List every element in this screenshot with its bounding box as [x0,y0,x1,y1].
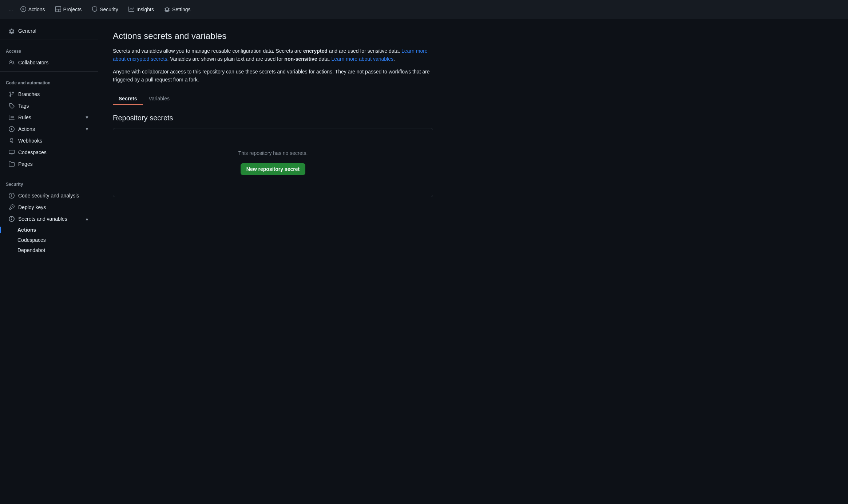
key-icon [9,204,15,210]
desc-part1: Secrets and variables allow you to manag… [113,48,303,54]
gear-icon [9,28,15,34]
nav-actions-label: Actions [28,7,45,12]
tag-icon [9,103,15,109]
description-line1: Secrets and variables allow you to manag… [113,47,433,63]
tags-label: Tags [18,103,29,109]
table-icon [55,6,61,13]
sidebar-sub-item-dependabot[interactable]: Dependabot [3,245,95,255]
webhook-icon [9,138,15,144]
general-label: General [18,28,36,34]
desc-bold2: non-sensitive [284,56,317,62]
sidebar-item-actions[interactable]: Actions ▼ [3,123,95,135]
sidebar-item-codespaces[interactable]: Codespaces [3,147,95,158]
nav-item-security[interactable]: Security [87,3,123,16]
nav-projects-label: Projects [63,7,82,12]
desc-part4: data. [317,56,332,62]
sidebar-item-code-security[interactable]: Code security and analysis [3,190,95,201]
section-title: Repository secrets [113,114,433,122]
desc-part3: . Variables are shown as plain text and … [167,56,284,62]
sidebar-item-general[interactable]: General [3,25,95,37]
nav-item-insights[interactable]: Insights [124,3,158,16]
sidebar-item-pages[interactable]: Pages [3,158,95,170]
nav-item-actions[interactable]: Actions [16,3,49,16]
sidebar-sub-item-codespaces[interactable]: Codespaces [3,235,95,245]
actions-chevron-icon: ▼ [85,127,89,132]
code-auto-section-label: Code and automation [0,75,98,88]
sidebar-item-tags[interactable]: Tags [3,100,95,112]
main-content: Actions secrets and variables Secrets an… [98,19,448,504]
page-title: Actions secrets and variables [113,31,433,41]
sidebar-item-deploy-keys[interactable]: Deploy keys [3,201,95,213]
sidebar-item-branches[interactable]: Branches [3,88,95,100]
secrets-variables-label: Secrets and variables [18,216,67,222]
rules-chevron-icon: ▼ [85,115,89,120]
desc-part2: and are used for sensitive data. [328,48,401,54]
access-section-label: Access [0,43,98,57]
tab-variables[interactable]: Variables [143,93,175,105]
new-repository-secret-button[interactable]: New repository secret [241,163,305,175]
nav-security-label: Security [100,7,118,12]
secrets-chevron-icon: ▲ [85,216,89,221]
rule-icon [9,115,15,120]
empty-state-box: This repository has no secrets. New repo… [113,128,433,197]
secret-icon [9,216,15,222]
graph-icon [128,6,134,13]
rules-label: Rules [18,115,31,120]
desc-bold1: encrypted [303,48,328,54]
people-icon [9,60,15,65]
codescan-icon [9,193,15,199]
sub-dependabot-label: Dependabot [17,247,45,253]
sidebar-item-rules[interactable]: Rules ▼ [3,112,95,123]
tabs: Secrets Variables [113,93,433,105]
collaborator-note: Anyone with collaborator access to this … [113,68,433,84]
branches-icon [9,91,15,97]
shield-icon [92,6,98,13]
branches-label: Branches [18,91,40,97]
sub-actions-label: Actions [17,227,36,233]
code-security-label: Code security and analysis [18,193,79,199]
sidebar-item-collaborators[interactable]: Collaborators [3,57,95,68]
codespaces-label: Codespaces [18,149,47,155]
actions-icon [9,126,15,132]
tab-secrets[interactable]: Secrets [113,93,143,105]
nav-ellipsis: ... [9,7,13,12]
sub-codespaces-label: Codespaces [17,237,46,243]
deploy-keys-label: Deploy keys [18,204,46,210]
nav-item-settings[interactable]: Settings [160,3,195,16]
nav-settings-label: Settings [172,7,191,12]
sidebar: General Access Collaborators Code and au… [0,19,98,504]
play-circle-icon [20,6,26,13]
desc-part5: . [393,56,395,62]
nav-item-projects[interactable]: Projects [51,3,86,16]
empty-state-text: This repository has no secrets. [238,150,308,156]
security-section-label: Security [0,176,98,190]
gear-icon [164,6,170,13]
codespaces-icon [9,149,15,155]
pages-label: Pages [18,161,33,167]
learn-vars-link[interactable]: Learn more about variables [332,56,393,62]
sidebar-item-secrets-variables[interactable]: Secrets and variables ▲ [3,213,95,225]
actions-label: Actions [18,126,35,132]
sidebar-sub-item-actions[interactable]: Actions [3,225,95,235]
nav-insights-label: Insights [136,7,154,12]
webhooks-label: Webhooks [18,138,42,144]
top-nav: ... Actions Projects Security Insights S… [0,0,848,19]
sidebar-item-webhooks[interactable]: Webhooks [3,135,95,147]
pages-icon [9,161,15,167]
collaborators-label: Collaborators [18,60,48,65]
